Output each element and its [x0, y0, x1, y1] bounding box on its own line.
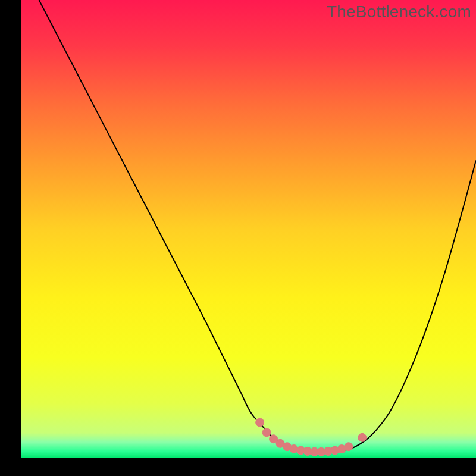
marker-dot	[256, 418, 264, 427]
marker-dot	[358, 433, 367, 441]
watermark-text: TheBottleneck.com	[327, 2, 471, 21]
marker-dot	[262, 428, 271, 437]
marker-dot	[345, 443, 353, 451]
gradient-background	[21, 0, 476, 458]
chart-svg	[21, 0, 476, 458]
chart-frame: TheBottleneck.com	[0, 0, 476, 476]
plot-area	[21, 0, 476, 458]
